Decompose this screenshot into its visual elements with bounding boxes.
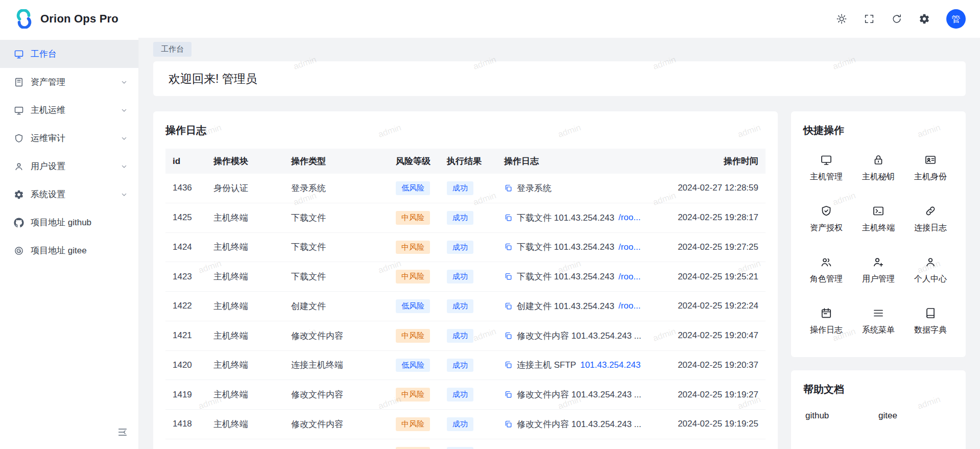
logo-area: Orion Ops Pro xyxy=(14,9,118,29)
cell-module: 主机终端 xyxy=(206,232,284,262)
fullscreen-icon[interactable] xyxy=(864,13,875,25)
help-link-github[interactable]: github xyxy=(805,411,878,421)
sidebar-item-audit[interactable]: 运维审计 xyxy=(0,124,138,152)
cell-type: 连接主机终端 xyxy=(284,350,389,380)
cell-module: 主机终端 xyxy=(206,380,284,410)
cell-time: 2024-02-25 19:20:47 xyxy=(659,321,766,350)
cell-module: 主机终端 xyxy=(206,203,284,232)
header-actions: 管 xyxy=(836,9,966,29)
result-badge: 成功 xyxy=(447,447,473,449)
cell-risk: 中风险 xyxy=(389,439,440,449)
quick-action-asset-grant[interactable]: 资产授权 xyxy=(800,194,852,245)
chevron-down-icon xyxy=(120,78,128,86)
column-header: id xyxy=(165,149,206,174)
sidebar-item-system-settings[interactable]: 系统设置 xyxy=(0,180,138,208)
quick-action-system-menu[interactable]: 系统菜单 xyxy=(852,296,904,347)
cell-risk: 中风险 xyxy=(389,203,440,232)
copy-icon[interactable] xyxy=(504,302,513,311)
book-icon xyxy=(924,307,937,319)
cell-time: 2024-02-25 19:19:24 xyxy=(659,439,766,449)
help-link-gitee[interactable]: gitee xyxy=(878,411,951,421)
quick-action-user-manage[interactable]: 用户管理 xyxy=(852,245,904,296)
log-link[interactable]: 101.43.254.243 xyxy=(580,360,640,370)
avatar[interactable]: 管 xyxy=(946,9,966,29)
cell-type: 登录系统 xyxy=(284,174,389,203)
log-link[interactable]: /roo... xyxy=(618,242,640,252)
table-row: 1420主机终端连接主机终端低风险成功连接主机 SFTP 101.43.254.… xyxy=(165,350,766,380)
quick-actions-grid: 主机管理主机秘钥主机身份资产授权主机终端连接日志角色管理用户管理个人中心操作日志… xyxy=(800,143,957,347)
quick-actions-title: 快捷操作 xyxy=(800,124,957,137)
cell-log: 登录系统 xyxy=(497,174,659,203)
risk-badge: 中风险 xyxy=(396,329,430,343)
copy-icon[interactable] xyxy=(504,390,513,399)
copy-icon[interactable] xyxy=(504,243,513,251)
cell-id: 1417 xyxy=(165,439,206,449)
sidebar-item-label: 运维审计 xyxy=(31,132,113,144)
quick-action-operation-log[interactable]: 操作日志 xyxy=(800,296,852,347)
sidebar-item-workbench[interactable]: 工作台 xyxy=(0,40,138,68)
settings-icon[interactable] xyxy=(919,13,930,25)
risk-badge: 中风险 xyxy=(396,241,430,254)
cell-id: 1419 xyxy=(165,380,206,410)
app-logo-icon xyxy=(14,9,34,29)
team-icon xyxy=(820,256,832,268)
log-link[interactable]: /roo... xyxy=(618,301,640,311)
log-link[interactable]: /roo... xyxy=(618,212,640,223)
copy-icon[interactable] xyxy=(504,184,513,193)
sidebar-item-github[interactable]: 项目地址 github xyxy=(0,208,138,237)
tab-bar: 工作台 xyxy=(139,38,980,60)
cell-time: 2024-02-25 19:25:21 xyxy=(659,262,766,292)
welcome-card: 欢迎回来! 管理员 xyxy=(153,61,966,96)
copy-icon[interactable] xyxy=(504,332,513,340)
quick-action-profile[interactable]: 个人中心 xyxy=(904,245,957,296)
risk-badge: 中风险 xyxy=(396,417,430,431)
quick-action-host-manage[interactable]: 主机管理 xyxy=(800,143,852,194)
copy-icon[interactable] xyxy=(504,420,513,429)
cell-risk: 中风险 xyxy=(389,380,440,410)
quick-action-connect-log[interactable]: 连接日志 xyxy=(904,194,957,245)
cell-id: 1425 xyxy=(165,203,206,232)
content-columns: 操作日志 id操作模块操作类型风险等级执行结果操作日志操作时间 1436身份认证… xyxy=(153,111,966,449)
chevron-down-icon xyxy=(120,106,128,114)
cell-risk: 中风险 xyxy=(389,410,440,439)
cell-module: 主机终端 xyxy=(206,439,284,449)
log-cell: 下载文件 101.43.254.243 /roo... xyxy=(504,212,652,224)
copy-icon[interactable] xyxy=(504,272,513,281)
sidebar-item-user-settings[interactable]: 用户设置 xyxy=(0,152,138,180)
copy-icon[interactable] xyxy=(504,214,513,222)
host-icon xyxy=(820,154,832,166)
quick-action-label: 主机管理 xyxy=(810,172,843,182)
sidebar-item-assets[interactable]: 资产管理 xyxy=(0,68,138,96)
copy-icon[interactable] xyxy=(504,361,513,369)
cell-module: 主机终端 xyxy=(206,350,284,380)
cell-module: 主机终端 xyxy=(206,292,284,321)
sidebar-item-host-ops[interactable]: 主机运维 xyxy=(0,96,138,124)
log-cell: 修改文件内容 101.43.254.243 ... xyxy=(504,389,652,400)
quick-action-label: 角色管理 xyxy=(810,274,843,285)
cell-result: 成功 xyxy=(440,203,497,232)
cell-log: 下载文件 101.43.254.243 /roo... xyxy=(497,203,659,232)
tab-workbench[interactable]: 工作台 xyxy=(153,42,192,57)
github-icon xyxy=(14,218,24,228)
cell-log: 下载文件 101.43.254.243 /roo... xyxy=(497,262,659,292)
sidebar-menu: 工作台资产管理主机运维运维审计用户设置系统设置项目地址 github项目地址 g… xyxy=(0,40,138,265)
sidebar-item-gitee[interactable]: 项目地址 gitee xyxy=(0,237,138,265)
refresh-icon[interactable] xyxy=(891,13,902,25)
table-row: 1424主机终端下载文件中风险成功下载文件 101.43.254.243 /ro… xyxy=(165,232,766,262)
shield-check-icon xyxy=(820,205,832,217)
cell-type: 下载文件 xyxy=(284,203,389,232)
quick-action-host-terminal[interactable]: 主机终端 xyxy=(852,194,904,245)
quick-action-host-identity[interactable]: 主机身份 xyxy=(904,143,957,194)
cell-risk: 低风险 xyxy=(389,174,440,203)
sidebar-item-label: 用户设置 xyxy=(31,160,113,172)
quick-action-label: 主机身份 xyxy=(914,172,947,182)
log-link[interactable]: /roo... xyxy=(618,272,640,282)
theme-icon[interactable] xyxy=(836,13,847,25)
menu-fold-icon[interactable] xyxy=(117,427,128,438)
log-text: 连接主机 SFTP xyxy=(517,359,576,371)
quick-action-role-manage[interactable]: 角色管理 xyxy=(800,245,852,296)
quick-action-host-key[interactable]: 主机秘钥 xyxy=(852,143,904,194)
log-cell: 登录系统 xyxy=(504,182,652,194)
app-title: Orion Ops Pro xyxy=(40,12,118,26)
quick-action-data-dict[interactable]: 数据字典 xyxy=(904,296,957,347)
